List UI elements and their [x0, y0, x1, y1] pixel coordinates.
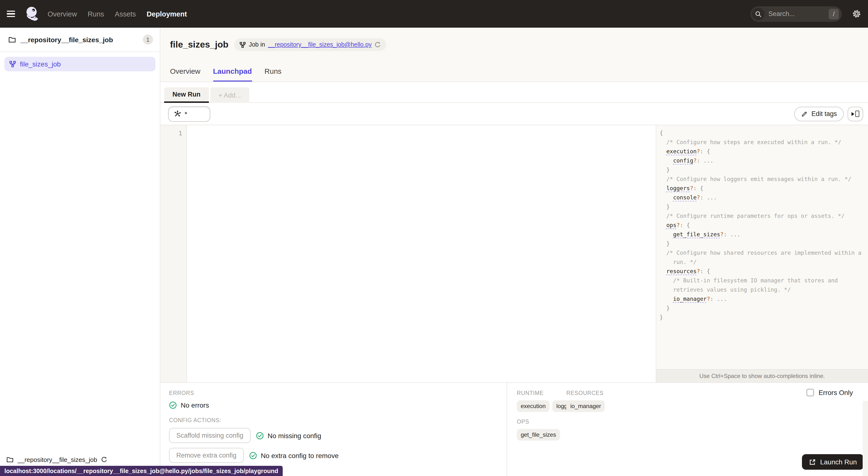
- op-selector-icon: [174, 110, 181, 117]
- errors-only-label: Errors Only: [818, 389, 853, 397]
- nav-link-runs[interactable]: Runs: [88, 10, 104, 18]
- schema-line: }: [660, 313, 865, 322]
- config-schema-panel: { /* Configure how steps are executed wi…: [656, 125, 868, 382]
- search-input[interactable]: Search... /: [750, 6, 842, 22]
- play-triangle-icon: [851, 112, 855, 116]
- schema-line: resources?: {: [660, 267, 865, 276]
- left-sidebar: __repository__file_sizes_job 1 file_size…: [0, 28, 160, 476]
- top-nav: Overview Runs Assets Deployment Search..…: [0, 0, 868, 28]
- errors-only-toggle[interactable]: Errors Only: [806, 389, 853, 397]
- op-selector-input[interactable]: *: [168, 106, 210, 122]
- reload-repository-icon[interactable]: [101, 456, 107, 463]
- search-placeholder: Search...: [768, 10, 829, 18]
- job-page-header: file_sizes_job Job in __repository__file…: [160, 28, 868, 82]
- sidebar-repo-group[interactable]: __repository__file_sizes_job 1: [0, 28, 160, 52]
- launchpad-config-tabs: New Run + Add...: [160, 82, 868, 103]
- octopus-logo-icon: [24, 6, 41, 22]
- gear-icon[interactable]: [852, 9, 861, 19]
- folder-icon: [8, 36, 16, 43]
- extra-config-status: No extra config to remove: [261, 451, 339, 459]
- sidebar-divider: [0, 52, 160, 52]
- schema-line: /* Configure how steps are executed with…: [660, 138, 865, 147]
- folder-icon: [6, 456, 13, 464]
- schema-line: /* Built-in filesystem IO manager that s…: [660, 276, 865, 285]
- edit-tags-label: Edit tags: [811, 110, 837, 117]
- primary-nav: Overview Runs Assets Deployment: [48, 10, 187, 18]
- schema-line: /* Configure runtime parameters for ops …: [660, 211, 865, 221]
- search-shortcut-badge: /: [829, 8, 839, 19]
- launch-icon: [809, 458, 816, 466]
- schema-line: }: [660, 202, 865, 211]
- runtime-section: RUNTIME execution loggers: [517, 390, 566, 412]
- repo-location-link[interactable]: __repository__file_sizes_job@hello.py: [268, 41, 372, 48]
- schema-line: loggers?: {: [660, 184, 865, 193]
- schema-line: io_manager?: ...: [660, 295, 865, 304]
- add-config-tab-button[interactable]: + Add...: [210, 87, 249, 103]
- sidebar-footer-repo[interactable]: __repository__file_sizes_job: [6, 456, 155, 464]
- scaffold-missing-config-button[interactable]: Scaffold missing config: [169, 428, 251, 443]
- job-tabs: Overview Launchpad Runs: [170, 67, 281, 81]
- config-sections-panel: RUNTIME execution loggers RESOURCES io_m…: [507, 383, 868, 476]
- main-area: file_sizes_job Job in __repository__file…: [160, 28, 868, 476]
- errors-status: No errors: [181, 401, 209, 409]
- footer-repo-name: __repository__file_sizes_job: [18, 456, 97, 464]
- dagster-logo[interactable]: [24, 6, 41, 22]
- schema-line: config?: ...: [660, 156, 865, 166]
- scrollbar-track[interactable]: [863, 401, 868, 476]
- ops-label: OPS: [517, 419, 868, 424]
- job-context-pill: Job in __repository__file_sizes_job@hell…: [235, 38, 386, 51]
- schema-line: }: [660, 166, 865, 175]
- check-circle-icon: [169, 401, 177, 409]
- pencil-icon: [801, 110, 808, 117]
- tab-runs[interactable]: Runs: [265, 67, 281, 81]
- sidebar-item-file-sizes-job[interactable]: file_sizes_job: [4, 57, 155, 71]
- errors-only-checkbox[interactable]: [806, 389, 814, 397]
- dagster-app: Overview Runs Assets Deployment Search..…: [0, 0, 868, 476]
- nav-link-overview[interactable]: Overview: [48, 10, 77, 18]
- check-circle-icon: [256, 432, 264, 439]
- runtime-label: RUNTIME: [517, 390, 566, 396]
- search-icon: [752, 7, 765, 20]
- sidebar-item-label: file_sizes_job: [20, 60, 61, 68]
- nav-link-assets[interactable]: Assets: [115, 10, 136, 18]
- editor-text-area[interactable]: [187, 125, 656, 382]
- hamburger-menu-icon[interactable]: [7, 9, 19, 19]
- config-actions-label: CONFIG ACTIONS:: [169, 417, 507, 423]
- remove-extra-config-button[interactable]: Remove extra config: [169, 448, 244, 463]
- reload-icon[interactable]: [374, 41, 381, 48]
- config-tab-new-run[interactable]: New Run: [164, 87, 209, 103]
- schema-line: }: [660, 239, 865, 248]
- schema-line: get_file_sizes?: ...: [660, 230, 865, 239]
- config-editor: 1: [160, 125, 656, 382]
- op-tag-get-file-sizes[interactable]: get_file_sizes: [517, 429, 560, 441]
- errors-label: ERRORS: [169, 390, 507, 396]
- panel-rect-icon: [856, 111, 859, 117]
- tab-overview[interactable]: Overview: [170, 67, 200, 81]
- job-graph-icon: [9, 61, 16, 67]
- op-selector-value: *: [185, 110, 187, 118]
- runtime-tag-execution[interactable]: execution: [517, 400, 550, 412]
- toggle-config-panel-button[interactable]: [847, 106, 863, 121]
- schema-line: run. */: [660, 258, 865, 267]
- repo-job-count-badge: 1: [143, 34, 153, 45]
- schema-line: /* Configure how loggers emit messages w…: [660, 175, 865, 184]
- editor-workspace: 1 { /* Configure how steps are executed …: [160, 125, 868, 382]
- tab-launchpad[interactable]: Launchpad: [213, 67, 252, 81]
- editor-gutter: 1: [160, 125, 187, 382]
- schema-line: retrieves values using pickling. */: [660, 285, 865, 295]
- resources-label: RESOURCES: [566, 390, 605, 396]
- check-circle-icon: [249, 451, 257, 459]
- launchpad-content: New Run + Add...: [160, 82, 868, 476]
- edit-tags-button[interactable]: Edit tags: [795, 106, 844, 121]
- nav-link-deployment[interactable]: Deployment: [147, 10, 187, 18]
- config-schema-code: { /* Configure how steps are executed wi…: [656, 125, 868, 322]
- launch-run-button[interactable]: Launch Run: [802, 454, 864, 470]
- errors-section: ERRORS No errors CONFIG ACTIONS: Scaffol…: [160, 383, 507, 476]
- missing-config-status: No missing config: [268, 432, 321, 439]
- browser-status-bar: localhost:3000/locations/__repository__f…: [0, 466, 283, 476]
- resource-tag-io-manager[interactable]: io_manager: [566, 400, 605, 412]
- schema-line: /* Configure how shared resources are im…: [660, 248, 865, 258]
- schema-line: console?: ...: [660, 193, 865, 202]
- schema-line: {: [660, 129, 865, 138]
- resources-section: RESOURCES io_manager: [566, 390, 605, 412]
